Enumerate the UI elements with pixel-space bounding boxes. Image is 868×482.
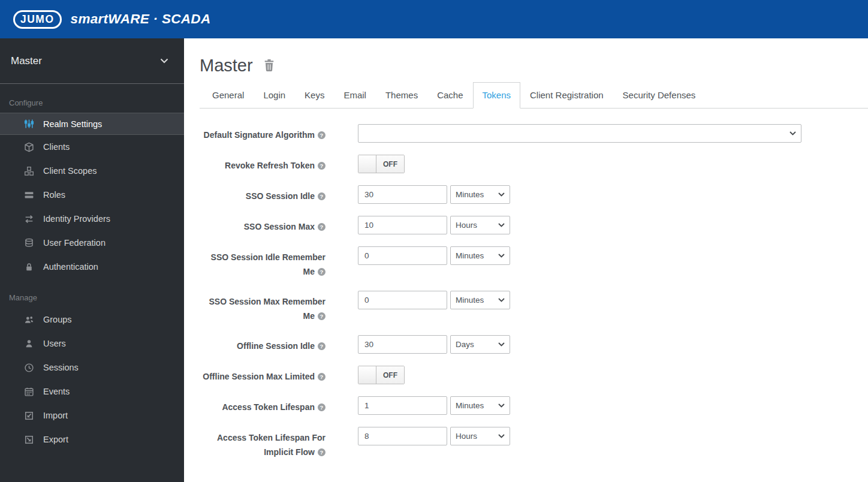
sidebar-item-label: Import: [43, 411, 68, 420]
offline-session-idle-input[interactable]: [358, 335, 447, 354]
nav-section-configure: Configure: [9, 98, 184, 107]
sidebar-item-events[interactable]: Events: [0, 379, 184, 403]
tab-email[interactable]: Email: [334, 82, 376, 109]
nav-section-manage: Manage: [9, 293, 184, 302]
tab-login[interactable]: Login: [254, 82, 295, 109]
trash-icon: [263, 59, 275, 72]
user-icon: [24, 339, 34, 349]
list-icon: [24, 190, 34, 200]
sso-session-max-input[interactable]: [358, 216, 447, 234]
users-icon: [24, 315, 34, 325]
tab-keys[interactable]: Keys: [295, 82, 334, 109]
sidebar-item-client-scopes[interactable]: Client Scopes: [0, 159, 184, 183]
revoke-refresh-token-toggle[interactable]: OFF: [358, 155, 405, 173]
tab-cache[interactable]: Cache: [427, 82, 472, 109]
sidebar-item-label: Events: [43, 387, 70, 396]
sidebar-item-users[interactable]: Users: [0, 332, 184, 356]
sidebar-item-label: Realm Settings: [43, 119, 102, 129]
chevron-down-icon: [160, 58, 168, 64]
sso-session-idle-input[interactable]: [358, 185, 447, 204]
cube-icon: [24, 142, 34, 152]
realm-selector[interactable]: Master: [0, 38, 184, 84]
sidebar-item-user-federation[interactable]: User Federation: [0, 231, 184, 255]
help-icon[interactable]: ?: [318, 192, 326, 200]
default-signature-algorithm-select[interactable]: [358, 124, 801, 143]
sidebar-item-label: Clients: [43, 142, 70, 152]
help-icon[interactable]: ?: [318, 312, 326, 320]
sliders-icon: [24, 119, 34, 129]
form-row: Default Signature Algorithm?: [200, 124, 868, 143]
help-icon[interactable]: ?: [318, 223, 326, 231]
tab-themes[interactable]: Themes: [376, 82, 427, 109]
help-icon[interactable]: ?: [318, 403, 326, 411]
sso-session-idle-remember-me-unit-select[interactable]: Minutes: [450, 246, 510, 265]
sidebar-item-label: Client Scopes: [43, 166, 97, 176]
field-label: SSO Session Max: [244, 222, 315, 231]
sso-session-max-remember-me-unit-select[interactable]: Minutes: [450, 291, 510, 309]
sidebar-item-import[interactable]: Import: [0, 403, 184, 427]
sso-session-idle-remember-me-input[interactable]: [358, 246, 447, 265]
sso-session-max-remember-me-input[interactable]: [358, 291, 447, 309]
access-token-lifespan-input[interactable]: [358, 396, 447, 415]
sidebar-item-label: Identity Providers: [43, 214, 110, 224]
exchange-icon: [24, 214, 34, 224]
brand-text: smartWARE · SCADA: [71, 11, 211, 27]
cubes-icon: [24, 166, 34, 176]
sidebar-item-export[interactable]: Export: [0, 427, 184, 451]
main-content: Master General Login Keys Email Themes: [184, 38, 868, 482]
field-label: SSO Session Max Remember Me: [209, 297, 326, 321]
realm-name: Master: [11, 55, 42, 67]
sidebar-item-authentication[interactable]: Authentication: [0, 255, 184, 279]
sidebar-item-label: User Federation: [43, 238, 106, 248]
sso-session-idle-unit-select[interactable]: Minutes: [450, 185, 510, 204]
access-token-lifespan-unit-select[interactable]: Minutes: [450, 396, 510, 415]
field-label: Offline Session Max Limited: [203, 372, 315, 381]
offline-session-idle-unit-select[interactable]: Days: [450, 335, 510, 354]
sidebar-item-sessions[interactable]: Sessions: [0, 356, 184, 379]
help-icon[interactable]: ?: [318, 131, 326, 139]
help-icon[interactable]: ?: [318, 268, 326, 276]
sidebar-item-label: Users: [43, 339, 66, 348]
export-icon: [24, 435, 34, 445]
sidebar-item-label: Sessions: [43, 363, 79, 372]
tab-client-registration[interactable]: Client Registration: [520, 82, 613, 109]
tab-tokens[interactable]: Tokens: [473, 82, 521, 109]
toggle-state-label: OFF: [376, 366, 404, 384]
tab-general[interactable]: General: [203, 82, 254, 109]
tokens-form: Default Signature Algorithm? Revoke Refr…: [200, 124, 868, 459]
help-icon[interactable]: ?: [318, 448, 326, 456]
access-token-lifespan-implicit-flow-input[interactable]: [358, 427, 447, 445]
toggle-state-label: OFF: [376, 155, 404, 173]
help-icon[interactable]: ?: [318, 373, 326, 381]
field-label: SSO Session Idle Remember Me: [211, 252, 326, 276]
access-token-lifespan-implicit-flow-unit-select[interactable]: Hours: [450, 427, 510, 445]
field-label: Access Token Lifespan For Implicit Flow: [217, 433, 326, 457]
delete-realm-button[interactable]: [263, 59, 275, 72]
field-label: Revoke Refresh Token: [225, 161, 315, 170]
sso-session-max-unit-select[interactable]: Hours: [450, 216, 510, 234]
help-icon[interactable]: ?: [318, 342, 326, 350]
form-row: Access Token Lifespan? Minutes: [200, 396, 868, 415]
page-title: Master: [200, 55, 253, 76]
field-label: Default Signature Algorithm: [204, 130, 315, 140]
jumo-logo[interactable]: JUMO: [13, 10, 62, 29]
clock-icon: [24, 363, 34, 373]
sidebar-item-identity-providers[interactable]: Identity Providers: [0, 207, 184, 231]
form-row: Offline Session Idle? Days: [200, 335, 868, 354]
field-label: SSO Session Idle: [246, 191, 315, 201]
import-icon: [24, 411, 34, 421]
offline-session-max-limited-toggle[interactable]: OFF: [358, 366, 405, 384]
sidebar-item-clients[interactable]: Clients: [0, 135, 184, 159]
sidebar-item-label: Authentication: [43, 262, 98, 272]
field-label: Access Token Lifespan: [222, 402, 315, 412]
sidebar-item-label: Groups: [43, 315, 72, 324]
sidebar-item-label: Roles: [43, 190, 65, 200]
sidebar-item-groups[interactable]: Groups: [0, 308, 184, 332]
sidebar-item-realm-settings[interactable]: Realm Settings: [0, 113, 184, 135]
field-label: Offline Session Idle: [237, 341, 315, 351]
tab-security-defenses[interactable]: Security Defenses: [613, 82, 706, 109]
form-row: SSO Session Idle Remember Me? Minutes: [200, 246, 868, 279]
header-bar: JUMO smartWARE · SCADA: [0, 0, 868, 38]
sidebar-item-roles[interactable]: Roles: [0, 183, 184, 207]
help-icon[interactable]: ?: [318, 162, 326, 170]
